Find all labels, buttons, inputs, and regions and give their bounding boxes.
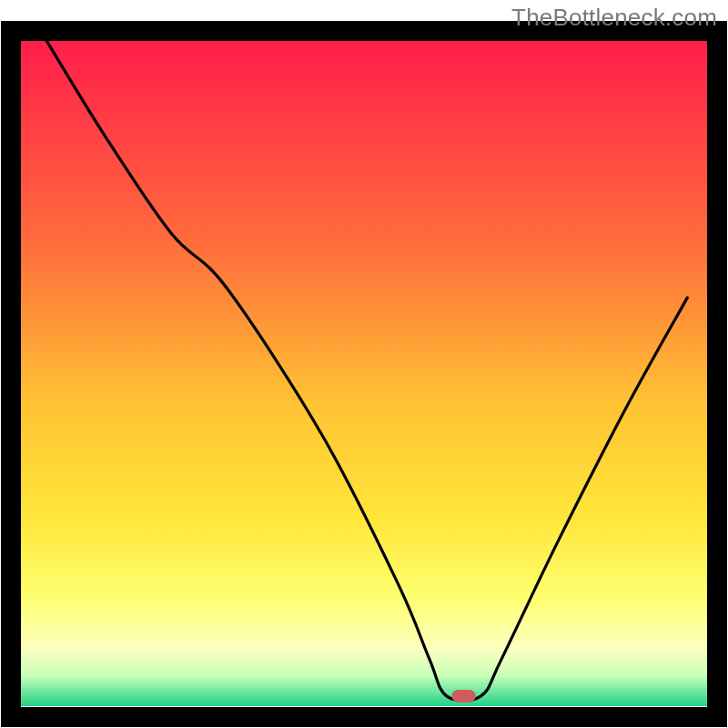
plot-area xyxy=(0,0,728,717)
bottleneck-chart xyxy=(0,0,728,728)
chart-container: TheBottleneck.com xyxy=(0,0,728,728)
optimal-point-marker xyxy=(452,690,476,703)
gradient-background xyxy=(20,31,708,706)
watermark-text: TheBottleneck.com xyxy=(511,4,717,32)
